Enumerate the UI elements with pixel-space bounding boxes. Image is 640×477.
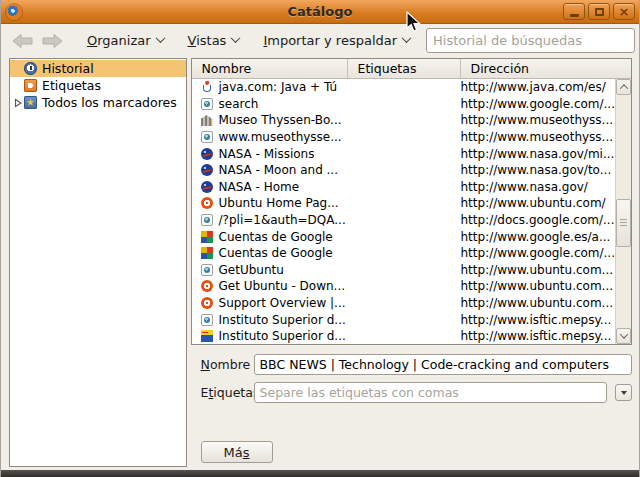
- row-name: NASA - Home: [219, 180, 300, 194]
- ubuntu-favicon-icon: [201, 280, 213, 292]
- table-row[interactable]: Instituto Superior d... http://www.isfti…: [192, 328, 615, 344]
- vertical-scrollbar[interactable]: [615, 79, 631, 344]
- name-field-label: Nombre: [201, 357, 254, 372]
- nasa-favicon-icon: [201, 164, 213, 176]
- main-pane: Nombre Etiquetas Dirección java.com: Jav…: [191, 58, 632, 467]
- table-row[interactable]: www.museothysse... http://www.museothyss…: [192, 129, 615, 146]
- row-name: Museo Thyssen-Bo...: [219, 113, 342, 127]
- row-url: http://www.nasa.gov/mi...: [461, 147, 615, 161]
- scrollbar-thumb[interactable]: [616, 199, 631, 247]
- chevron-down-icon: [402, 33, 412, 43]
- table-row[interactable]: NASA - Home http://www.nasa.gov/: [192, 179, 615, 196]
- table-row[interactable]: NASA - Moon and ... http://www.nasa.gov/…: [192, 162, 615, 179]
- vistas-menu-label: Vistas: [188, 33, 227, 48]
- table-header: Nombre Etiquetas Dirección: [192, 59, 631, 79]
- bookmarks-folder-icon: [24, 96, 37, 109]
- name-field[interactable]: [254, 354, 632, 375]
- table-row[interactable]: Cuentas de Google http://www.google.es/a…: [192, 228, 615, 245]
- google-favicon-icon: [201, 231, 213, 243]
- row-name: Support Overview |...: [219, 296, 346, 310]
- maximize-icon: [595, 8, 604, 16]
- row-name: Cuentas de Google: [219, 230, 333, 244]
- chevron-down-icon: [231, 33, 241, 43]
- table-row[interactable]: Support Overview |... http://www.ubuntu.…: [192, 295, 615, 312]
- nasa-favicon-icon: [201, 148, 213, 160]
- isftic-favicon-icon: [201, 330, 213, 342]
- table-row[interactable]: java.com: Java + Tú http://www.java.com/…: [192, 79, 615, 96]
- row-name: Instituto Superior d...: [219, 329, 346, 343]
- window-bottom-edge: [1, 470, 639, 477]
- expander-triangle-icon[interactable]: [13, 98, 23, 108]
- search-input[interactable]: [426, 28, 635, 53]
- scrollbar-track[interactable]: [616, 95, 631, 328]
- table-row[interactable]: NASA - Missions http://www.nasa.gov/mi..…: [192, 145, 615, 162]
- more-button-label: Más: [224, 445, 250, 460]
- table-row[interactable]: Instituto Superior d... http://www.isfti…: [192, 311, 615, 328]
- table-row[interactable]: Museo Thyssen-Bo... http://www.museothys…: [192, 112, 615, 129]
- scroll-up-button[interactable]: [616, 79, 631, 95]
- organizar-menu[interactable]: Organizar: [81, 30, 170, 51]
- table-row[interactable]: GetUbuntu http://www.ubuntu.com...: [192, 262, 615, 279]
- minimize-button[interactable]: [563, 3, 585, 20]
- row-name: /?pli=1&auth=DQA...: [219, 213, 346, 227]
- nasa-favicon-icon: [201, 181, 213, 193]
- back-button[interactable]: [9, 30, 35, 52]
- default-favicon-icon: [201, 131, 213, 143]
- row-name: Get Ubuntu - Down...: [219, 279, 346, 293]
- titlebar[interactable]: Catálogo ×: [1, 0, 639, 24]
- toolbar: Organizar Vistas Importar y respaldar: [1, 24, 639, 57]
- sidebar-item-etiquetas[interactable]: Etiquetas: [10, 77, 186, 94]
- row-name: Cuentas de Google: [219, 246, 333, 260]
- ubuntu-favicon-icon: [201, 197, 213, 209]
- table-row[interactable]: Ubuntu Home Pag... http://www.ubuntu.com…: [192, 195, 615, 212]
- row-url: http://www.museothyss...: [461, 113, 615, 127]
- row-url: http://www.ubuntu.com...: [461, 279, 615, 293]
- row-name: Instituto Superior d...: [219, 313, 346, 327]
- sidebar-item-todos-los-marcadores[interactable]: Todos los marcadores: [10, 94, 186, 111]
- close-button[interactable]: ×: [613, 3, 635, 20]
- library-window: Catálogo × Organizar Vistas Importar: [0, 0, 640, 477]
- history-clock-icon: [24, 62, 37, 75]
- sidebar-item-historial[interactable]: Historial: [10, 60, 186, 77]
- museum-favicon-icon: [201, 114, 213, 126]
- row-name: java.com: Java + Tú: [219, 80, 338, 94]
- row-url: http://www.isftic.mepsy...: [461, 329, 615, 343]
- row-url: http://www.ubuntu.com/: [461, 196, 615, 210]
- java-favicon-icon: [201, 81, 213, 93]
- default-favicon-icon: [201, 314, 213, 326]
- table-row[interactable]: search http://www.google.com/...: [192, 96, 615, 113]
- back-arrow-icon: [12, 33, 33, 49]
- sidebar-item-label: Todos los marcadores: [42, 95, 177, 110]
- ubuntu-favicon-icon: [201, 297, 213, 309]
- importar-respaldar-menu[interactable]: Importar y respaldar: [257, 30, 416, 51]
- row-url: http://www.nasa.gov/to...: [461, 163, 615, 177]
- chevron-up-icon: [619, 84, 627, 92]
- row-name: www.museothysse...: [219, 130, 342, 144]
- window-title: Catálogo: [1, 4, 639, 19]
- table-row[interactable]: Cuentas de Google http://www.google.com/…: [192, 245, 615, 262]
- forward-button[interactable]: [39, 30, 65, 52]
- column-header-nombre[interactable]: Nombre: [192, 59, 348, 78]
- content-area: Historial Etiquetas Todos los marcadores…: [1, 57, 639, 470]
- history-rows: java.com: Java + Tú http://www.java.com/…: [192, 79, 615, 344]
- row-url: http://docs.google.com/...: [461, 213, 615, 227]
- tags-field[interactable]: [254, 382, 607, 403]
- more-button[interactable]: Más: [201, 441, 273, 463]
- sidebar-list: Historial Etiquetas Todos los marcadores: [10, 60, 186, 111]
- column-header-direccion[interactable]: Dirección: [461, 59, 631, 78]
- row-name: Ubuntu Home Pag...: [219, 196, 339, 210]
- table-row[interactable]: /?pli=1&auth=DQA... http://docs.google.c…: [192, 212, 615, 229]
- column-header-etiquetas[interactable]: Etiquetas: [348, 59, 461, 78]
- tags-dropdown-button[interactable]: [615, 384, 632, 401]
- row-name: GetUbuntu: [219, 263, 284, 277]
- vistas-menu[interactable]: Vistas: [182, 30, 246, 51]
- default-favicon-icon: [201, 264, 213, 276]
- scroll-down-button[interactable]: [616, 328, 631, 344]
- tags-folder-icon: [24, 79, 37, 92]
- row-name: NASA - Moon and ...: [219, 163, 338, 177]
- chevron-down-icon: [619, 330, 627, 338]
- sidebar-item-label: Etiquetas: [42, 78, 101, 93]
- maximize-button[interactable]: [588, 3, 610, 20]
- table-row[interactable]: Get Ubuntu - Down... http://www.ubuntu.c…: [192, 278, 615, 295]
- row-name: NASA - Missions: [219, 147, 315, 161]
